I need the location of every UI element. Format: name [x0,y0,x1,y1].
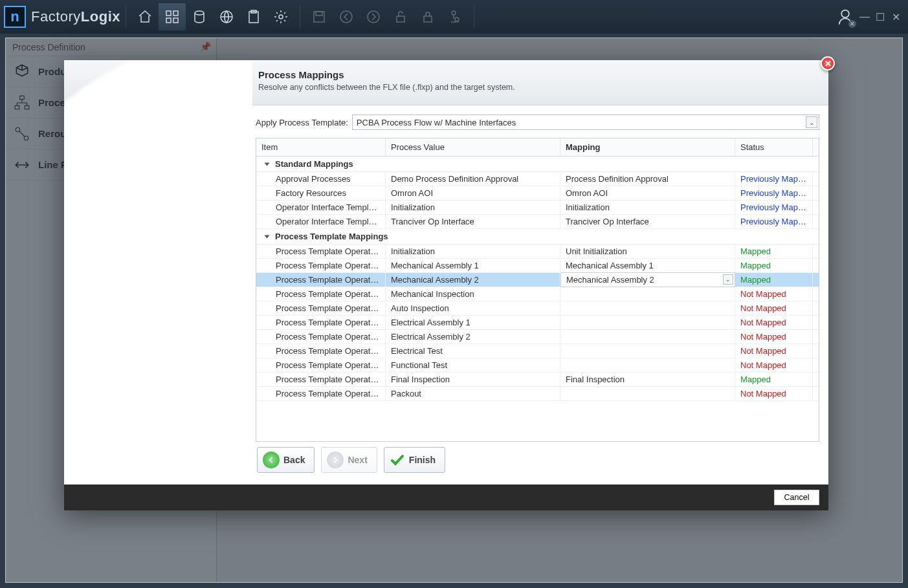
cell-status: Previously Mapped [735,172,813,186]
table-row[interactable]: Process Template OperationsMechanical As… [256,259,819,273]
finish-label: Finish [409,455,436,465]
db-icon[interactable] [186,3,213,30]
nav-back-icon[interactable] [333,3,360,30]
arrow-left-icon [263,452,280,468]
cell-mapping: Omron AOI [560,186,735,200]
svg-rect-13 [424,16,432,22]
cell-mapping [560,330,735,343]
table-row[interactable]: Process Template OperationsElectrical Te… [256,344,819,358]
table-row[interactable]: Factory ResourcesOmron AOIOmron AOIPrevi… [256,186,819,201]
cell-process-value: Initialization [386,201,560,214]
cell-mapping: Initialization [560,201,735,214]
gear-icon[interactable] [267,3,294,30]
svg-rect-9 [316,12,322,16]
lock-icon[interactable] [414,3,441,30]
cell-mapping: Mechanical Assembly 1 [560,259,735,272]
svg-point-14 [452,11,456,15]
cell-mapping: Tranciver Op Interface [560,215,735,228]
cell-status: Mapped [735,373,813,386]
table-row[interactable]: Approval ProcessesDemo Process Definitio… [256,172,819,186]
table-row[interactable]: Process Template OperationsAuto Inspecti… [256,301,819,316]
clipboard-icon[interactable] [240,3,267,30]
globe-icon[interactable] [213,3,240,30]
cell-item: Process Template Operations [256,287,386,301]
cell-mapping: Final Inspection [560,373,735,386]
maximize-button[interactable]: ☐ [874,11,886,23]
app-logo: n FactoryLogix [4,6,120,28]
next-button[interactable]: Next [321,447,377,473]
table-row[interactable]: Operator Interface TemplatesTranciver Op… [256,215,819,229]
cell-status: Previously Mapped [735,215,813,228]
inspect-icon[interactable] [441,3,469,30]
table-row[interactable]: Operator Interface TemplatesInitializati… [256,201,819,215]
col-mapping[interactable]: Mapping [560,138,735,156]
wizard-step-active[interactable]: Process Mappings View Process Mappings [147,252,247,283]
grid-icon[interactable] [159,3,186,30]
back-button[interactable]: Back [257,447,315,473]
close-window-button[interactable]: ✕ [890,11,902,23]
wizard-step-1[interactable]: Select FLX Assembly [192,165,231,182]
group-header[interactable]: Process Template Mappings [256,229,819,245]
cell-process-value: Mechanical Assembly 1 [386,259,560,272]
group-header[interactable]: Standard Mappings [256,157,819,172]
dialog-footer: Cancel [64,485,828,510]
dialog-title: Process Mappings [258,69,817,80]
home-icon[interactable] [131,3,159,30]
table-row[interactable]: Process Template OperationsFinal Inspect… [256,373,819,387]
table-row[interactable]: Process Template OperationsFunctional Te… [256,358,819,373]
nav-fwd-icon[interactable] [360,3,387,30]
cell-process-value: Packout [386,387,560,400]
cancel-button[interactable]: Cancel [774,490,819,505]
cell-mapping[interactable]: Mechanical Assembly 2⌄ [560,272,735,287]
cell-process-value: Tranciver Op Interface [386,215,560,228]
cell-status: Not Mapped [735,316,813,329]
wizard-step-2[interactable]: New Process Revision Create New Process … [172,205,230,227]
wizard-steps-rail: Select FLX Assembly New Process Revision… [64,105,252,446]
titlebar: n FactoryLogix ✕ — ☐ ✕ [0,0,908,34]
cell-process-value: Electrical Assembly 2 [386,330,560,343]
cell-mapping: Process Definition Approval [560,172,735,186]
table-row[interactable]: Process Template OperationsInitializatio… [256,245,819,259]
cell-process-value: Mechanical Assembly 2 [386,273,560,287]
table-row[interactable]: Process Template OperationsMechanical As… [256,273,819,287]
save-icon[interactable] [305,3,333,30]
finish-button[interactable]: Finish [384,447,445,473]
cell-item: Operator Interface Templates [256,201,386,214]
cell-process-value: Electrical Test [386,344,560,358]
cell-status: Not Mapped [735,301,813,315]
cell-item: Process Template Operations [256,330,386,343]
collapse-icon [265,162,270,166]
logo-icon: n [4,6,26,28]
unlock-icon[interactable] [387,3,414,30]
table-row[interactable]: Process Template OperationsElectrical As… [256,330,819,344]
minimize-button[interactable]: — [859,11,870,23]
cell-status: Not Mapped [735,287,813,301]
cell-item: Process Template Operations [256,301,386,315]
cell-mapping [560,358,735,372]
cell-process-value: Functional Test [386,358,560,372]
wizard-buttons: Back Next Finish [257,447,819,475]
user-avatar[interactable]: ✕ [836,7,855,27]
table-row[interactable]: Process Template OperationsPackoutNot Ma… [256,387,819,401]
table-row[interactable]: Process Template OperationsElectrical As… [256,316,819,330]
cell-mapping [560,287,735,301]
cell-status: Not Mapped [735,358,813,372]
cell-process-value: Omron AOI [386,186,560,200]
col-item[interactable]: Item [256,138,386,156]
cell-item: Process Template Operations [256,245,386,258]
dialog-subtitle: Resolve any conflicts between the FLX fi… [258,83,817,92]
col-status[interactable]: Status [735,138,813,156]
template-select[interactable]: PCBA Process Flow w/ Machine Interfaces … [352,114,819,130]
cell-status: Mapped [735,245,813,258]
table-row[interactable]: Process Template OperationsMechanical In… [256,287,819,301]
cell-status: Previously Mapped [735,186,813,200]
svg-rect-12 [397,16,404,22]
cell-item: Process Template Operations [256,316,386,329]
chevron-down-icon: ⌄ [806,116,817,128]
close-dialog-button[interactable]: ✕ [821,56,835,71]
chevron-down-icon[interactable]: ⌄ [723,274,733,285]
svg-point-7 [279,15,283,19]
col-process-value[interactable]: Process Value [386,138,560,156]
back-label: Back [283,455,305,465]
cell-status: Not Mapped [735,330,813,343]
